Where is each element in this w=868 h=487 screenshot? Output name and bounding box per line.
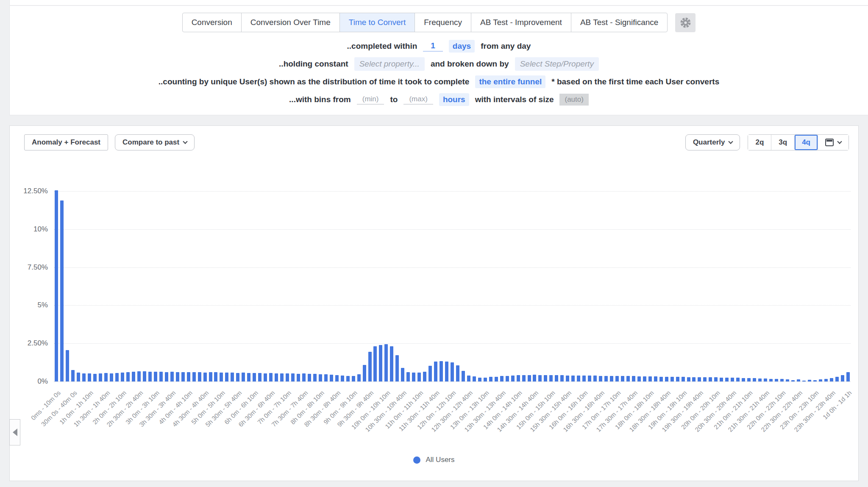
bar-bin-36[interactable] — [253, 373, 256, 381]
bar-bin-30[interactable] — [220, 373, 223, 381]
bar-bin-88[interactable] — [538, 375, 542, 381]
bar-bin-139[interactable] — [819, 379, 822, 381]
bar-bin-140[interactable] — [824, 379, 828, 381]
bar-bin-109[interactable] — [654, 376, 657, 381]
bar-bin-54[interactable] — [352, 376, 355, 381]
bar-bin-90[interactable] — [549, 375, 553, 381]
bar-bin-87[interactable] — [533, 375, 536, 381]
anomaly-forecast-button[interactable]: Anomaly + Forecast — [24, 134, 108, 150]
bar-bin-13[interactable] — [126, 372, 130, 381]
tab-ab-test-improvement[interactable]: AB Test - Improvement — [471, 13, 571, 32]
tab-time-to-convert[interactable]: Time to Convert — [339, 13, 415, 32]
tab-ab-test-significance[interactable]: AB Test - Significance — [571, 13, 667, 32]
conversion-window-unit-dropdown[interactable]: days — [449, 40, 475, 53]
bar-bin-82[interactable] — [506, 376, 509, 381]
bar-bin-70[interactable] — [440, 361, 443, 381]
bar-bin-51[interactable] — [335, 375, 339, 381]
bar-bin-110[interactable] — [659, 377, 663, 381]
bar-bin-40[interactable] — [275, 373, 278, 381]
bar-bin-138[interactable] — [813, 380, 817, 381]
bar-bin-86[interactable] — [528, 375, 531, 381]
bar-bin-75[interactable] — [467, 376, 470, 381]
bar-bin-53[interactable] — [346, 376, 350, 381]
bar-bin-101[interactable] — [610, 376, 613, 381]
bar-bin-60[interactable] — [384, 344, 388, 381]
bar-bin-12[interactable] — [121, 373, 124, 381]
bar-bin-47[interactable] — [313, 374, 317, 381]
bar-bin-129[interactable] — [764, 378, 767, 381]
bar-bin-8[interactable] — [99, 373, 102, 381]
bar-bin-97[interactable] — [588, 376, 591, 381]
bar-bin-66[interactable] — [417, 373, 421, 381]
bin-size-input[interactable]: (auto) — [559, 94, 588, 106]
bar-bin-65[interactable] — [412, 373, 415, 381]
bar-bin-33[interactable] — [236, 373, 239, 381]
bar-bin-107[interactable] — [643, 376, 646, 381]
range-option-2q[interactable]: 2q — [748, 135, 771, 150]
bar-bin-114[interactable] — [682, 377, 685, 381]
tab-conversion-over-time[interactable]: Conversion Over Time — [241, 13, 339, 32]
bar-bin-20[interactable] — [165, 372, 168, 381]
bar-bin-123[interactable] — [731, 378, 734, 381]
bar-bin-56[interactable] — [363, 365, 366, 382]
bar-bin-43[interactable] — [291, 373, 295, 381]
bar-bin-102[interactable] — [615, 376, 619, 381]
bar-bin-99[interactable] — [599, 376, 602, 381]
bar-bin-135[interactable] — [797, 379, 800, 381]
bar-bin-71[interactable] — [445, 362, 448, 381]
bar-bin-28[interactable] — [209, 372, 212, 381]
bar-bin-68[interactable] — [428, 366, 432, 381]
bar-bin-128[interactable] — [758, 378, 762, 381]
bar-bin-38[interactable] — [264, 373, 267, 381]
bar-bin-11[interactable] — [115, 373, 119, 381]
bar-bin-119[interactable] — [709, 377, 712, 381]
bar-bin-49[interactable] — [324, 374, 328, 381]
bar-bin-106[interactable] — [637, 376, 641, 381]
bar-bin-63[interactable] — [401, 368, 404, 381]
bar-bin-2[interactable] — [66, 350, 69, 381]
bar-bin-76[interactable] — [473, 376, 476, 381]
compare-to-past-button[interactable]: Compare to past — [115, 134, 195, 150]
bar-bin-95[interactable] — [577, 376, 580, 381]
bin-max-input[interactable]: (max) — [403, 95, 433, 105]
bar-bin-32[interactable] — [231, 373, 234, 381]
bar-bin-144[interactable] — [846, 372, 850, 381]
bar-bin-77[interactable] — [478, 378, 481, 381]
bar-bin-78[interactable] — [484, 378, 487, 381]
bar-bin-25[interactable] — [192, 372, 196, 381]
bar-bin-100[interactable] — [604, 376, 608, 381]
bar-bin-45[interactable] — [302, 373, 306, 381]
bar-bin-103[interactable] — [621, 376, 624, 381]
bar-bin-48[interactable] — [319, 374, 322, 381]
bar-bin-46[interactable] — [308, 374, 311, 381]
select-step-property-dropdown[interactable]: Select Step/Property — [515, 57, 599, 71]
bar-bin-61[interactable] — [390, 346, 393, 381]
bar-bin-59[interactable] — [379, 345, 382, 381]
bar-bin-94[interactable] — [571, 376, 575, 381]
tab-conversion[interactable]: Conversion — [183, 13, 241, 32]
bar-bin-112[interactable] — [670, 377, 674, 381]
bar-bin-4[interactable] — [77, 373, 80, 381]
bar-bin-64[interactable] — [406, 372, 410, 381]
bar-bin-42[interactable] — [286, 373, 289, 381]
bar-bin-50[interactable] — [330, 375, 333, 381]
collapse-panel-handle[interactable] — [9, 419, 20, 445]
bar-bin-121[interactable] — [720, 378, 723, 381]
custom-date-range-button[interactable] — [818, 135, 849, 150]
bar-bin-3[interactable] — [71, 370, 75, 381]
bar-bin-39[interactable] — [269, 373, 273, 381]
bar-bin-96[interactable] — [582, 376, 586, 381]
bar-bin-15[interactable] — [137, 371, 141, 381]
bar-bin-1[interactable] — [60, 200, 64, 381]
bar-bin-67[interactable] — [423, 372, 426, 381]
bar-bin-16[interactable] — [143, 371, 146, 381]
bar-bin-18[interactable] — [154, 372, 157, 381]
bar-bin-108[interactable] — [648, 376, 652, 381]
bar-bin-117[interactable] — [698, 377, 701, 381]
bar-bin-133[interactable] — [786, 379, 789, 381]
bar-bin-134[interactable] — [791, 380, 795, 381]
bar-bin-85[interactable] — [522, 375, 526, 381]
bin-min-input[interactable]: (min) — [357, 95, 384, 105]
bar-bin-57[interactable] — [368, 352, 372, 381]
bar-bin-136[interactable] — [802, 381, 806, 382]
